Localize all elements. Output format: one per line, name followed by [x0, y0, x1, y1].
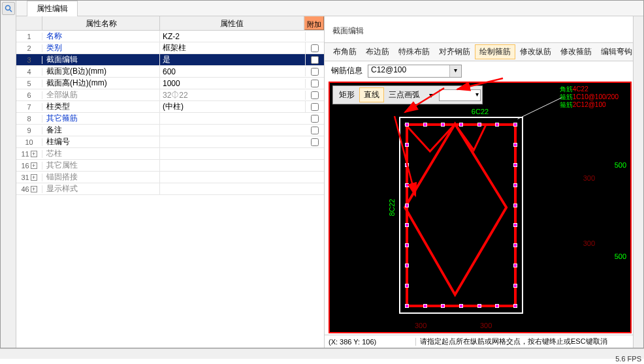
section-tab[interactable]: 修改纵筋	[515, 44, 556, 59]
section-editor-title: 截面编辑	[325, 16, 643, 42]
property-name: 截面高(H边)(mm)	[42, 78, 160, 89]
property-checkbox[interactable]	[311, 80, 319, 87]
rebar-dot	[405, 123, 409, 127]
chevron-down-icon[interactable]: ▾	[425, 88, 438, 102]
property-checkbox[interactable]	[311, 115, 319, 123]
property-row[interactable]: 8其它箍筋	[16, 113, 324, 125]
shape-button[interactable]: 直线	[359, 87, 384, 102]
section-tab[interactable]: 绘制箍筋	[475, 44, 515, 59]
rebar-dot	[405, 243, 409, 247]
property-value[interactable]: 框架柱	[160, 42, 306, 53]
property-value[interactable]: 1000	[160, 79, 306, 88]
col-value: 属性值	[160, 16, 304, 30]
property-row[interactable]: 9备注	[16, 125, 324, 136]
property-row[interactable]: 11+芯柱	[16, 148, 324, 160]
rebar-dot	[477, 304, 481, 308]
rebar-info-input[interactable]: C12@100 ▾	[368, 65, 462, 78]
stirrup-rect	[406, 123, 517, 307]
property-value[interactable]: (中柱)	[160, 101, 306, 112]
dim-300-c: 300	[415, 322, 427, 329]
shape-button[interactable]: 三点画弧	[384, 87, 425, 102]
rebar-dot	[513, 183, 517, 187]
section-tab[interactable]: 修改箍筋	[556, 44, 596, 59]
property-row[interactable]: 10柱编号	[16, 136, 324, 148]
property-name: 截面编辑	[42, 54, 160, 65]
property-checkbox[interactable]	[311, 91, 319, 99]
property-name: 显示样式	[42, 183, 160, 194]
property-row[interactable]: 16+其它属性	[16, 160, 324, 172]
status-bar: (X: 386 Y: 106) 请指定起点所在纵筋或网格交点，按右键终止或ESC…	[325, 335, 643, 348]
rebar-dot	[441, 304, 445, 308]
property-value[interactable]: 是	[160, 54, 306, 65]
col-name: 属性名称	[42, 16, 160, 30]
expand-icon[interactable]: +	[31, 174, 37, 181]
property-value[interactable]: 32⏀22	[160, 91, 306, 100]
property-name: 锚固搭接	[42, 172, 160, 183]
rebar-dot	[513, 264, 517, 267]
scrollbar-horizontal[interactable]	[0, 348, 644, 359]
property-row[interactable]: 5截面高(H边)(mm)1000	[16, 78, 324, 89]
property-value[interactable]: KZ-2	[160, 32, 306, 41]
dim-300-b: 300	[583, 239, 595, 247]
section-canvas[interactable]: 矩形直线三点画弧▾ 角筋4C22箍筋1C10@100/200箍筋2C12@100…	[329, 82, 632, 333]
rebar-dot	[459, 123, 463, 127]
property-row[interactable]: 1名称KZ-2	[16, 31, 324, 42]
search-icon[interactable]	[2, 2, 15, 15]
property-name: 其它箍筋	[42, 113, 160, 124]
property-checkbox[interactable]	[311, 127, 319, 134]
property-checkbox[interactable]	[311, 44, 319, 52]
property-name: 截面宽(B边)(mm)	[42, 66, 160, 77]
rebar-info-value: C12@100	[371, 65, 406, 74]
expand-icon[interactable]: +	[31, 162, 37, 169]
col-add-button[interactable]: 附加	[304, 16, 324, 30]
dim-500-b: 500	[615, 252, 626, 260]
property-name: 柱编号	[42, 136, 160, 147]
section-tab[interactable]: 编辑弯钩	[596, 44, 637, 59]
property-checkbox[interactable]	[311, 103, 319, 111]
dim-left: 8C22	[388, 199, 396, 216]
legend: 角筋4C22箍筋1C10@100/200箍筋2C12@100	[560, 85, 619, 109]
legend-row: 角筋4C22	[560, 85, 619, 93]
property-name: 芯柱	[42, 148, 160, 159]
property-value[interactable]: 600	[160, 67, 306, 76]
property-checkbox[interactable]	[311, 68, 319, 76]
dim-top: 6C22	[472, 108, 489, 115]
section-editor-panel: 截面编辑 布角筋布边筋特殊布筋对齐钢筋绘制箍筋修改纵筋修改箍筋编辑弯钩 钢筋信息…	[325, 16, 643, 348]
section-tab[interactable]: 布角筋	[329, 44, 361, 59]
property-row[interactable]: 31+锚固搭接	[16, 172, 324, 183]
tab-bar: 属性编辑	[16, 1, 643, 16]
property-row[interactable]: 4截面宽(B边)(mm)600	[16, 66, 324, 78]
rebar-dot	[405, 143, 409, 147]
rebar-dot	[495, 123, 499, 127]
expand-icon[interactable]: +	[31, 151, 37, 157]
svg-line-1	[10, 10, 12, 12]
property-row[interactable]: 3截面编辑是	[16, 54, 324, 66]
rebar-dot	[513, 143, 517, 147]
dim-300-a: 300	[583, 174, 595, 182]
property-name: 其它属性	[42, 160, 160, 171]
tab-property-edit[interactable]: 属性编辑	[27, 1, 78, 16]
svg-line-3	[518, 98, 562, 119]
dim-300-d: 300	[480, 322, 492, 329]
section-tab[interactable]: 对齐钢筋	[434, 44, 475, 59]
property-checkbox[interactable]	[311, 56, 319, 64]
rebar-dot	[513, 123, 517, 127]
status-hint: 请指定起点所在纵筋或网格交点，按右键终止或ESC键取消	[416, 337, 643, 346]
rebar-dot	[405, 264, 409, 267]
dropdown-icon[interactable]: ▾	[449, 65, 461, 77]
legend-row: 箍筋1C10@100/200	[560, 93, 619, 101]
shape-button[interactable]: 矩形	[334, 87, 359, 102]
property-row[interactable]: 6全部纵筋32⏀22	[16, 89, 324, 101]
rebar-dot	[423, 304, 427, 308]
property-row[interactable]: 2类别框架柱	[16, 42, 324, 54]
section-tab[interactable]: 布边筋	[361, 44, 394, 59]
property-row[interactable]: 46+显示样式	[16, 183, 324, 195]
property-row[interactable]: 7柱类型(中柱)	[16, 101, 324, 113]
left-gutter	[1, 1, 16, 348]
shape-dropdown[interactable]	[439, 89, 481, 101]
property-checkbox[interactable]	[311, 138, 319, 146]
scrollbar-vertical[interactable]	[633, 16, 643, 348]
expand-icon[interactable]: +	[31, 186, 37, 192]
section-tab[interactable]: 特殊布筋	[394, 44, 434, 59]
rebar-dot	[405, 304, 409, 308]
